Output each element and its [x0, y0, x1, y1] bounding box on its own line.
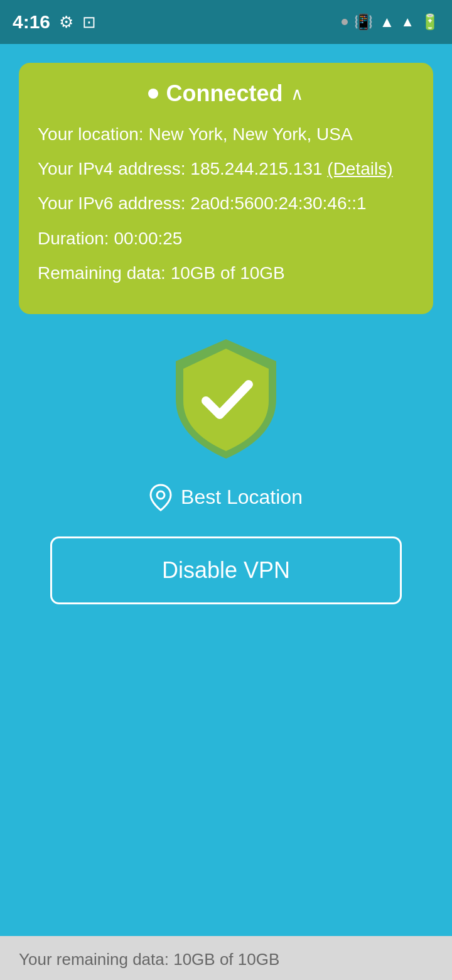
- remaining-data-label: Remaining data:: [38, 263, 166, 283]
- best-location-label: Best Location: [181, 486, 303, 509]
- status-bar: 4:16 ⚙ ⊡ 📳 ▲ ▲ 🔋: [0, 0, 452, 44]
- connected-dot: [148, 89, 158, 99]
- wifi-icon: ▲: [379, 13, 394, 31]
- duration-row: Duration: 00:00:25: [38, 226, 414, 251]
- status-left: 4:16 ⚙ ⊡: [13, 11, 96, 33]
- remaining-data-row: Remaining data: 10GB of 10GB: [38, 261, 414, 285]
- ipv4-details-link[interactable]: (Details): [327, 159, 392, 178]
- ipv4-value: 185.244.215.131: [190, 159, 327, 178]
- ipv6-row: Your IPv6 address: 2a0d:5600:24:30:46::1: [38, 191, 414, 215]
- vibrate-icon: 📳: [354, 13, 373, 31]
- duration-label: Duration:: [38, 229, 109, 248]
- remaining-data-banner-text: Your remaining data: 10GB of 10GB: [19, 950, 279, 969]
- duration-value: 00:00:25: [114, 229, 182, 248]
- ipv6-value: 2a0d:5600:24:30:46::1: [190, 193, 366, 213]
- screen-status-icon: ⊡: [82, 13, 96, 32]
- location-value: New York, New York, USA: [148, 124, 352, 144]
- connection-header: Connected ∧: [38, 80, 414, 107]
- shield-container: [170, 333, 282, 465]
- location-row: Your location: New York, New York, USA: [38, 122, 414, 146]
- remaining-data-value: 10GB of 10GB: [171, 263, 285, 283]
- remaining-data-banner: Your remaining data: 10GB of 10GB: [0, 936, 452, 980]
- settings-status-icon: ⚙: [59, 13, 73, 32]
- connected-text: Connected: [166, 80, 282, 107]
- ipv4-label: Your IPv4 address:: [38, 159, 186, 178]
- disable-vpn-button[interactable]: Disable VPN: [50, 536, 402, 604]
- shield-icon: [170, 333, 282, 465]
- app-background: Connected ∧ Your location: New York, New…: [0, 44, 452, 936]
- status-time: 4:16: [13, 11, 50, 33]
- chevron-up-icon[interactable]: ∧: [291, 84, 304, 104]
- status-right: 📳 ▲ ▲ 🔋: [342, 13, 439, 31]
- ipv6-label: Your IPv6 address:: [38, 193, 186, 213]
- signal-icon: ▲: [401, 14, 414, 30]
- location-pin-icon: [149, 484, 172, 511]
- location-label: Your location:: [38, 124, 148, 144]
- connection-card: Connected ∧ Your location: New York, New…: [19, 63, 433, 314]
- best-location-row[interactable]: Best Location: [149, 484, 303, 511]
- ipv4-row: Your IPv4 address: 185.244.215.131 (Deta…: [38, 156, 414, 181]
- battery-icon: 🔋: [421, 13, 439, 31]
- dot-icon: [342, 19, 348, 25]
- svg-point-0: [157, 491, 164, 499]
